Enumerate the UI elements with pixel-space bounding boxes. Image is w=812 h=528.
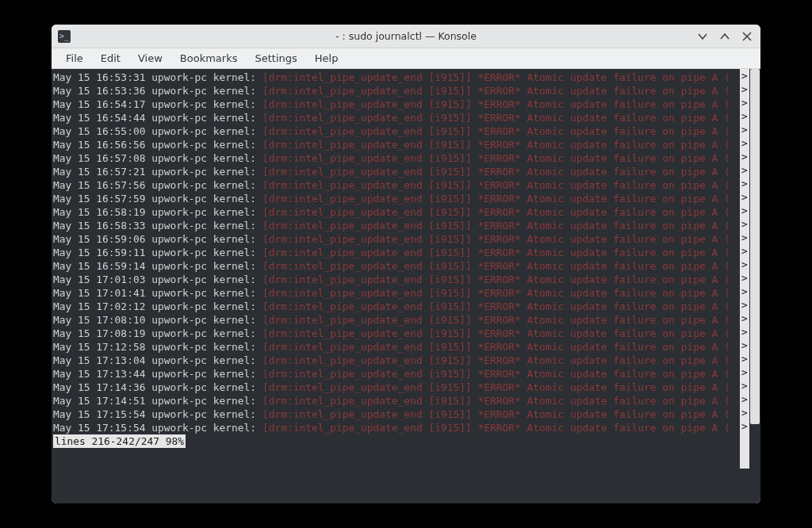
log-error-message: [drm:intel_pipe_update_end [i915]] *ERRO… [262, 111, 730, 124]
line-truncated-icon: > [740, 325, 749, 339]
log-error-message: [drm:intel_pipe_update_end [i915]] *ERRO… [262, 84, 730, 98]
menu-view[interactable]: View [130, 50, 170, 67]
log-line: May 15 17:02:12 upwork-pc kernel: [drm:i… [53, 300, 740, 313]
log-line: May 15 16:55:00 upwork-pc kernel: [drm:i… [53, 124, 740, 138]
log-error-message: [drm:intel_pipe_update_end [i915]] *ERRO… [262, 421, 730, 434]
scrollbar[interactable] [749, 69, 760, 469]
line-truncated-icon: > [740, 82, 749, 96]
log-prefix: May 15 17:14:36 upwork-pc kernel: [53, 381, 262, 394]
line-truncated-icon: > [740, 204, 749, 217]
log-error-message: [drm:intel_pipe_update_end [i915]] *ERRO… [262, 394, 730, 407]
log-line: May 15 16:57:59 upwork-pc kernel: [drm:i… [53, 192, 740, 205]
line-truncated-icon: > [740, 379, 749, 392]
log-prefix: May 15 16:59:06 upwork-pc kernel: [53, 232, 262, 246]
line-truncated-icon: > [740, 96, 749, 109]
log-line: May 15 16:59:14 upwork-pc kernel: [drm:i… [53, 259, 740, 273]
menu-help[interactable]: Help [307, 50, 347, 67]
log-line: May 15 16:58:19 upwork-pc kernel: [drm:i… [53, 205, 740, 219]
line-truncated-icon: > [740, 365, 749, 379]
log-line: May 15 16:57:08 upwork-pc kernel: [drm:i… [53, 151, 740, 165]
log-line: May 15 16:57:56 upwork-pc kernel: [drm:i… [53, 178, 740, 192]
log-error-message: [drm:intel_pipe_update_end [i915]] *ERRO… [262, 381, 730, 394]
minimize-button[interactable] [695, 29, 710, 44]
menu-bookmarks[interactable]: Bookmarks [172, 50, 246, 67]
line-truncated-icon: > [740, 258, 749, 271]
log-prefix: May 15 17:01:03 upwork-pc kernel: [53, 273, 262, 286]
line-truncated-icon: > [740, 312, 749, 325]
log-line: May 15 17:15:54 upwork-pc kernel: [drm:i… [53, 407, 740, 421]
window-controls [695, 29, 754, 44]
window-title: - : sudo journalctl — Konsole [52, 30, 760, 42]
menu-file[interactable]: File [58, 50, 91, 67]
log-error-message: [drm:intel_pipe_update_end [i915]] *ERRO… [262, 178, 730, 192]
log-prefix: May 15 17:12:58 upwork-pc kernel: [53, 340, 262, 354]
log-prefix: May 15 16:57:21 upwork-pc kernel: [53, 165, 262, 178]
log-line: May 15 17:01:41 upwork-pc kernel: [drm:i… [53, 286, 740, 300]
menu-settings[interactable]: Settings [247, 50, 304, 67]
log-prefix: May 15 16:58:33 upwork-pc kernel: [53, 219, 262, 232]
terminal[interactable]: May 15 16:53:31 upwork-pc kernel: [drm:i… [52, 69, 760, 469]
close-button[interactable] [740, 29, 754, 44]
line-truncated-icon: > [740, 190, 749, 204]
log-line: May 15 16:59:11 upwork-pc kernel: [drm:i… [53, 246, 740, 259]
log-line: May 15 17:08:19 upwork-pc kernel: [drm:i… [53, 327, 740, 340]
log-prefix: May 15 16:58:19 upwork-pc kernel: [53, 205, 262, 219]
chevron-down-icon [698, 32, 707, 41]
log-prefix: May 15 16:59:14 upwork-pc kernel: [53, 259, 262, 273]
log-line: May 15 16:57:21 upwork-pc kernel: [drm:i… [53, 165, 740, 178]
log-error-message: [drm:intel_pipe_update_end [i915]] *ERRO… [262, 327, 730, 340]
log-error-message: [drm:intel_pipe_update_end [i915]] *ERRO… [262, 300, 730, 313]
close-icon [742, 32, 752, 41]
line-truncated-icon: > [740, 69, 749, 82]
line-truncated-icon: > [740, 231, 749, 244]
log-line: May 15 17:14:36 upwork-pc kernel: [drm:i… [53, 381, 740, 394]
log-line: May 15 16:58:33 upwork-pc kernel: [drm:i… [53, 219, 740, 232]
log-line: May 15 16:53:36 upwork-pc kernel: [drm:i… [53, 84, 740, 98]
line-truncated-icon: > [740, 298, 749, 312]
line-truncated-icon: > [740, 163, 749, 177]
line-truncated-icon: > [740, 123, 749, 136]
log-prefix: May 15 17:13:04 upwork-pc kernel: [53, 354, 262, 367]
log-error-message: [drm:intel_pipe_update_end [i915]] *ERRO… [262, 232, 730, 246]
line-truncated-icon: > [740, 406, 749, 419]
log-prefix: May 15 16:59:11 upwork-pc kernel: [53, 246, 262, 259]
log-line: May 15 16:56:56 upwork-pc kernel: [drm:i… [53, 138, 740, 151]
log-error-message: [drm:intel_pipe_update_end [i915]] *ERRO… [262, 71, 730, 84]
log-prefix: May 15 16:53:36 upwork-pc kernel: [53, 84, 262, 98]
log-line: May 15 16:59:06 upwork-pc kernel: [drm:i… [53, 232, 740, 246]
log-line: May 15 17:15:54 upwork-pc kernel: [drm:i… [53, 421, 740, 434]
log-error-message: [drm:intel_pipe_update_end [i915]] *ERRO… [262, 354, 730, 367]
scrollbar-thumb[interactable] [750, 69, 760, 424]
log-error-message: [drm:intel_pipe_update_end [i915]] *ERRO… [262, 286, 730, 300]
log-line: May 15 17:08:10 upwork-pc kernel: [drm:i… [53, 313, 740, 327]
log-line: May 15 16:53:31 upwork-pc kernel: [drm:i… [53, 71, 740, 84]
terminal-output[interactable]: May 15 16:53:31 upwork-pc kernel: [drm:i… [52, 69, 740, 469]
log-prefix: May 15 17:15:54 upwork-pc kernel: [53, 421, 262, 434]
log-error-message: [drm:intel_pipe_update_end [i915]] *ERRO… [262, 259, 730, 273]
log-line: May 15 17:13:44 upwork-pc kernel: [drm:i… [53, 367, 740, 381]
log-prefix: May 15 16:54:17 upwork-pc kernel: [53, 98, 262, 111]
maximize-button[interactable] [718, 29, 732, 44]
log-line: May 15 17:01:03 upwork-pc kernel: [drm:i… [53, 273, 740, 286]
line-truncated-icon: > [740, 392, 749, 406]
line-truncated-icon: > [740, 177, 749, 190]
truncation-column: >>>>>>>>>>>>>>>>>>>>>>>>>>> [740, 69, 749, 469]
log-prefix: May 15 17:02:12 upwork-pc kernel: [53, 300, 262, 313]
log-prefix: May 15 17:14:51 upwork-pc kernel: [53, 394, 262, 407]
log-error-message: [drm:intel_pipe_update_end [i915]] *ERRO… [262, 151, 730, 165]
log-error-message: [drm:intel_pipe_update_end [i915]] *ERRO… [262, 219, 730, 232]
log-line: May 15 17:14:51 upwork-pc kernel: [drm:i… [53, 394, 740, 407]
log-prefix: May 15 17:08:10 upwork-pc kernel: [53, 313, 262, 327]
log-prefix: May 15 17:15:54 upwork-pc kernel: [53, 407, 262, 421]
log-error-message: [drm:intel_pipe_update_end [i915]] *ERRO… [262, 124, 730, 138]
titlebar[interactable]: >_ - : sudo journalctl — Konsole [52, 25, 760, 48]
log-error-message: [drm:intel_pipe_update_end [i915]] *ERRO… [262, 313, 730, 327]
log-error-message: [drm:intel_pipe_update_end [i915]] *ERRO… [262, 165, 730, 178]
line-truncated-icon: > [740, 244, 749, 258]
menu-edit[interactable]: Edit [93, 50, 128, 67]
pager-status: lines 216-242/247 98% [53, 434, 186, 448]
konsole-window: >_ - : sudo journalctl — Konsole FileEdi… [52, 25, 760, 503]
line-truncated-icon: > [740, 217, 749, 231]
chevron-up-icon [720, 32, 730, 41]
log-error-message: [drm:intel_pipe_update_end [i915]] *ERRO… [262, 407, 730, 421]
